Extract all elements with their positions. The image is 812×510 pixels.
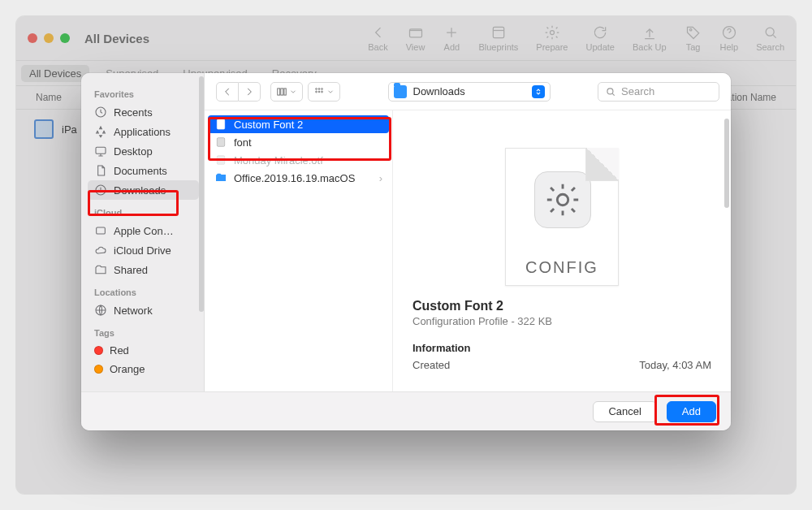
file-row-font[interactable]: font xyxy=(208,133,389,151)
cancel-button[interactable]: Cancel xyxy=(593,401,656,422)
svg-point-3 xyxy=(689,28,692,31)
view-columns-button[interactable] xyxy=(270,82,303,102)
toolbar-update[interactable]: Update xyxy=(585,24,614,52)
open-panel-main: Downloads Search Custom Font 2 font xyxy=(205,73,731,391)
window-controls[interactable] xyxy=(28,33,70,43)
preview-title: Custom Font 2 xyxy=(412,299,711,313)
gear-icon xyxy=(543,24,561,41)
svg-rect-23 xyxy=(217,138,224,147)
svg-rect-13 xyxy=(284,88,286,94)
add-button[interactable]: Add xyxy=(667,401,716,422)
toolbar-help[interactable]: Help xyxy=(720,24,739,52)
sidebar-section-favorites: Favorites xyxy=(94,89,192,99)
sidebar-item-applications[interactable]: Applications xyxy=(88,122,199,141)
file-column[interactable]: Custom Font 2 font Monday Miracle.otf Of… xyxy=(205,110,393,391)
tag-icon xyxy=(685,24,702,41)
filter-all-devices[interactable]: All Devices xyxy=(21,65,89,82)
file-row-monday-miracle[interactable]: Monday Miracle.otf xyxy=(208,151,389,169)
preview-thumbnail: CONFIG xyxy=(505,148,619,286)
sidebar-item-apple-configurator[interactable]: Apple Con… xyxy=(88,221,199,240)
desktop-icon xyxy=(94,145,107,158)
file-row-office-folder[interactable]: Office.2019.16.19.macOS › xyxy=(208,169,389,187)
search-icon xyxy=(762,24,780,41)
chevron-right-icon: › xyxy=(379,172,382,184)
zoom-window-icon[interactable] xyxy=(60,33,70,43)
toolbar-back[interactable]: Back xyxy=(368,24,387,52)
device-name: iPa xyxy=(62,123,77,136)
toolbar-search[interactable]: Search xyxy=(756,24,784,52)
sidebar-section-icloud: iCloud xyxy=(94,208,192,218)
sidebar-section-tags: Tags xyxy=(94,328,192,338)
gear-icon xyxy=(534,171,591,228)
sidebar-item-downloads[interactable]: Downloads xyxy=(88,180,199,200)
folder-icon xyxy=(394,85,407,98)
device-glyph-ipad xyxy=(34,119,54,139)
location-label: Downloads xyxy=(413,85,465,97)
svg-point-2 xyxy=(550,31,554,35)
nav-forward-button[interactable] xyxy=(239,82,261,102)
help-icon xyxy=(720,24,738,41)
toolbar-add[interactable]: Add xyxy=(443,24,460,52)
svg-point-14 xyxy=(316,88,317,89)
search-input[interactable]: Search xyxy=(598,82,719,102)
sidebar-item-documents[interactable]: Documents xyxy=(88,161,199,180)
window-title: All Devices xyxy=(84,32,149,45)
folder-icon xyxy=(407,24,425,41)
preview-scrollbar[interactable] xyxy=(724,119,729,382)
svg-point-22 xyxy=(219,123,222,126)
sidebar-section-locations: Locations xyxy=(94,287,192,297)
sidebar-scrollbar[interactable] xyxy=(198,73,205,391)
location-popup[interactable]: Downloads xyxy=(388,82,551,102)
toolbar-actions: Back View Add Blueprints Prepare Update … xyxy=(368,24,784,52)
sidebar-item-desktop[interactable]: Desktop xyxy=(88,141,199,161)
nav-back-forward xyxy=(216,82,261,102)
svg-rect-12 xyxy=(281,88,283,94)
document-icon xyxy=(94,164,107,177)
plus-icon xyxy=(443,24,460,41)
svg-point-15 xyxy=(318,88,320,89)
folder-icon xyxy=(214,171,227,184)
window-toolbar: All Devices Back View Add Blueprints Pre… xyxy=(16,16,796,61)
svg-rect-1 xyxy=(493,27,503,37)
svg-rect-24 xyxy=(217,156,224,165)
preview-created-label: Created xyxy=(412,359,450,371)
col-name[interactable]: Name xyxy=(36,92,62,103)
toolbar-blueprints[interactable]: Blueprints xyxy=(478,24,518,52)
toolbar-prepare[interactable]: Prepare xyxy=(536,24,568,52)
sidebar-tag-red[interactable]: Red xyxy=(88,341,199,360)
svg-rect-9 xyxy=(97,227,106,234)
minimize-window-icon[interactable] xyxy=(44,33,54,43)
clock-icon xyxy=(94,106,107,119)
globe-icon xyxy=(94,304,107,317)
shared-folder-icon xyxy=(94,263,107,276)
svg-point-18 xyxy=(318,91,320,93)
download-icon xyxy=(94,184,107,197)
toolbar-view[interactable]: View xyxy=(406,24,425,52)
svg-rect-11 xyxy=(278,88,280,94)
nav-back-button[interactable] xyxy=(216,82,239,102)
chevron-left-icon xyxy=(369,24,387,41)
sidebar-item-shared[interactable]: Shared xyxy=(88,260,199,279)
toolbar-tag[interactable]: Tag xyxy=(685,24,702,52)
file-preview: CONFIG Custom Font 2 Configuration Profi… xyxy=(393,110,731,391)
toolbar-backup[interactable]: Back Up xyxy=(633,24,667,52)
sidebar-item-network[interactable]: Network xyxy=(88,300,199,320)
chevron-updown-icon xyxy=(532,85,545,98)
sidebar-item-icloud-drive[interactable]: iCloud Drive xyxy=(88,240,199,260)
config-file-icon xyxy=(214,118,227,131)
preview-created-row: Created Today, 4:03 AM xyxy=(412,359,711,371)
view-grid-button[interactable] xyxy=(308,82,340,102)
svg-point-19 xyxy=(322,91,323,93)
font-file-icon xyxy=(214,153,227,166)
open-panel: Favorites Recents Applications Desktop D… xyxy=(81,73,731,430)
box-icon xyxy=(94,224,107,237)
sidebar-item-recents[interactable]: Recents xyxy=(88,102,199,122)
tag-dot-orange-icon xyxy=(94,365,103,374)
preview-badge: CONFIG xyxy=(506,258,618,277)
upload-icon xyxy=(641,24,659,41)
sidebar-tag-orange[interactable]: Orange xyxy=(88,360,199,378)
close-window-icon[interactable] xyxy=(28,33,37,43)
svg-point-5 xyxy=(766,28,774,36)
open-panel-footer: Cancel Add xyxy=(81,391,731,430)
file-row-custom-font-2[interactable]: Custom Font 2 xyxy=(208,115,389,133)
